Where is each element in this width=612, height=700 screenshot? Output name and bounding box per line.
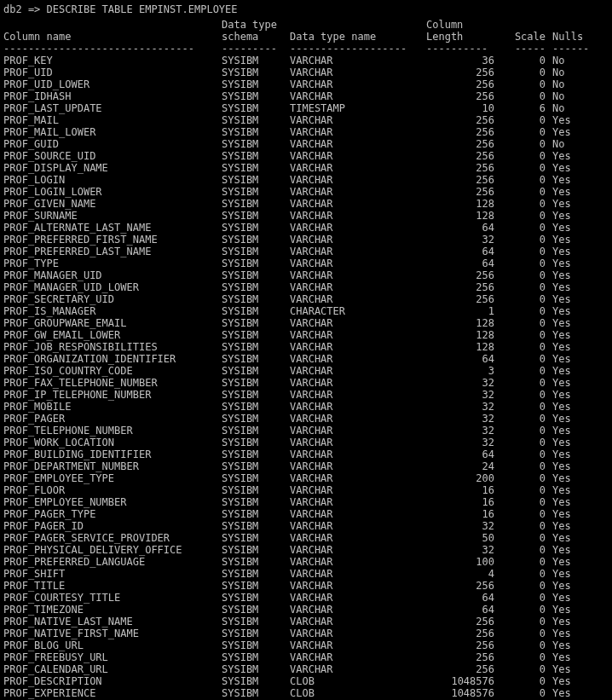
cell-schema: SYSIBM [222, 520, 290, 532]
cell-type: VARCHAR [290, 150, 426, 162]
cell-type: CLOB [290, 687, 426, 699]
header-row-1: Data type Column [3, 19, 609, 31]
cell-nulls: Yes [546, 210, 586, 222]
cell-name: PROF_GUID [3, 138, 222, 150]
cell-schema: SYSIBM [222, 389, 290, 401]
cell-scale: 0 [494, 389, 546, 401]
table-row: PROF_IDHASHSYSIBMVARCHAR2560No [3, 90, 609, 102]
cell-length: 256 [426, 90, 494, 102]
cell-scale: 0 [494, 126, 546, 138]
cell-scale: 0 [494, 687, 546, 699]
cell-schema: SYSIBM [222, 246, 290, 257]
cell-nulls: Yes [546, 174, 586, 186]
cell-schema: SYSIBM [222, 150, 290, 162]
cell-length: 256 [426, 114, 494, 126]
cell-type: VARCHAR [290, 448, 426, 460]
cell-nulls: Yes [546, 305, 586, 317]
cell-scale: 0 [494, 496, 546, 508]
table-row: PROF_JOB_RESPONSIBILITIESSYSIBMVARCHAR12… [3, 341, 609, 353]
cell-length: 32 [426, 425, 494, 437]
table-row: PROF_TITLESYSIBMVARCHAR2560Yes [3, 580, 609, 592]
table-row: PROF_IP_TELEPHONE_NUMBERSYSIBMVARCHAR320… [3, 389, 609, 401]
cell-scale: 0 [494, 532, 546, 544]
cell-scale: 0 [494, 592, 546, 604]
table-row: PROF_PREFERRED_LAST_NAMESYSIBMVARCHAR640… [3, 246, 609, 257]
cell-name: PROF_LOGIN_LOWER [3, 186, 222, 198]
table-row: PROF_PAGER_TYPESYSIBMVARCHAR160Yes [3, 508, 609, 520]
cell-nulls: Yes [546, 532, 586, 544]
cell-schema: SYSIBM [222, 257, 290, 269]
cell-name: PROF_SECRETARY_UID [3, 293, 222, 305]
cell-schema: SYSIBM [222, 639, 290, 651]
cell-schema: SYSIBM [222, 496, 290, 508]
table-row: PROF_UIDSYSIBMVARCHAR2560No [3, 67, 609, 78]
table-row: PROF_TYPESYSIBMVARCHAR640Yes [3, 257, 609, 269]
cell-scale: 0 [494, 353, 546, 365]
cell-name: PROF_DEPARTMENT_NUMBER [3, 460, 222, 472]
cell-schema: SYSIBM [222, 78, 290, 90]
cell-scale: 0 [494, 234, 546, 246]
cell-type: VARCHAR [290, 425, 426, 437]
cell-length: 256 [426, 281, 494, 293]
cell-type: VARCHAR [290, 401, 426, 413]
dash5: ----- [494, 43, 546, 55]
table-row: PROF_ORGANIZATION_IDENTIFIERSYSIBMVARCHA… [3, 353, 609, 365]
cell-scale: 0 [494, 186, 546, 198]
table-row: PROF_TIMEZONESYSIBMVARCHAR640Yes [3, 604, 609, 616]
cell-type: CLOB [290, 675, 426, 687]
cell-type: VARCHAR [290, 293, 426, 305]
cell-type: VARCHAR [290, 174, 426, 186]
table-row: PROF_GIVEN_NAMESYSIBMVARCHAR1280Yes [3, 198, 609, 210]
table-row: PROF_COURTESY_TITLESYSIBMVARCHAR640Yes [3, 592, 609, 604]
cell-name: PROF_WORK_LOCATION [3, 437, 222, 448]
cell-schema: SYSIBM [222, 317, 290, 329]
cell-nulls: Yes [546, 484, 586, 496]
cell-type: VARCHAR [290, 472, 426, 484]
cell-length: 3 [426, 365, 494, 377]
cell-name: PROF_LAST_UPDATE [3, 102, 222, 114]
cell-name: PROF_UID [3, 67, 222, 78]
table-row: PROF_KEYSYSIBMVARCHAR360No [3, 55, 609, 67]
cell-name: PROF_ISO_COUNTRY_CODE [3, 365, 222, 377]
table-row: PROF_SECRETARY_UIDSYSIBMVARCHAR2560Yes [3, 293, 609, 305]
cell-scale: 0 [494, 257, 546, 269]
cell-length: 128 [426, 198, 494, 210]
cell-length: 128 [426, 210, 494, 222]
hdr-col1a [3, 19, 222, 31]
cell-scale: 0 [494, 329, 546, 341]
cell-scale: 0 [494, 377, 546, 389]
cell-type: VARCHAR [290, 663, 426, 675]
cell-nulls: Yes [546, 437, 586, 448]
cell-schema: SYSIBM [222, 126, 290, 138]
cell-name: PROF_PAGER_SERVICE_PROVIDER [3, 532, 222, 544]
cell-scale: 0 [494, 663, 546, 675]
cell-nulls: Yes [546, 616, 586, 628]
cell-type: VARCHAR [290, 437, 426, 448]
cell-type: VARCHAR [290, 198, 426, 210]
cell-nulls: Yes [546, 425, 586, 437]
cell-name: PROF_JOB_RESPONSIBILITIES [3, 341, 222, 353]
cell-name: PROF_NATIVE_LAST_NAME [3, 616, 222, 628]
cell-nulls: Yes [546, 114, 586, 126]
cell-schema: SYSIBM [222, 425, 290, 437]
cell-type: VARCHAR [290, 67, 426, 78]
cell-nulls: Yes [546, 663, 586, 675]
table-row: PROF_PHYSICAL_DELIVERY_OFFICESYSIBMVARCH… [3, 544, 609, 556]
table-row: PROF_ALTERNATE_LAST_NAMESYSIBMVARCHAR640… [3, 222, 609, 234]
cell-schema: SYSIBM [222, 222, 290, 234]
cell-scale: 0 [494, 484, 546, 496]
cell-schema: SYSIBM [222, 544, 290, 556]
table-row: PROF_PREFERRED_LANGUAGESYSIBMVARCHAR1000… [3, 556, 609, 568]
cell-length: 128 [426, 329, 494, 341]
table-row: PROF_NATIVE_FIRST_NAMESYSIBMVARCHAR2560Y… [3, 628, 609, 639]
cell-scale: 0 [494, 55, 546, 67]
dash1: ------------------------------- [3, 43, 222, 55]
cell-length: 256 [426, 269, 494, 281]
cell-schema: SYSIBM [222, 162, 290, 174]
cell-type: VARCHAR [290, 234, 426, 246]
cell-scale: 0 [494, 341, 546, 353]
hdr-col3a [290, 19, 426, 31]
header-row-2: Column name schema Data type name Length… [3, 31, 609, 43]
cell-type: VARCHAR [290, 269, 426, 281]
cell-length: 50 [426, 532, 494, 544]
